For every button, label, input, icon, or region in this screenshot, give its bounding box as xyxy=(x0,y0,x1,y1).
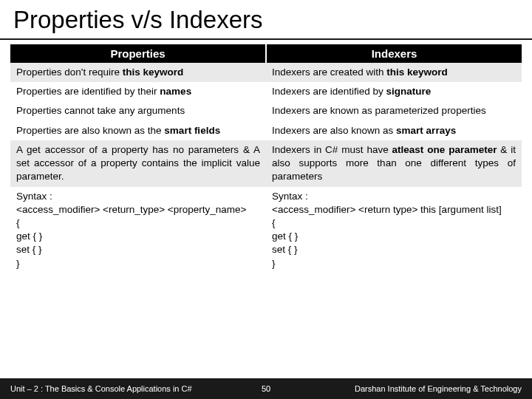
table-header-row: Properties Indexers xyxy=(10,44,522,63)
cell-properties: Properties are also known as the smart f… xyxy=(10,121,266,140)
footer-bar: Unit – 2 : The Basics & Console Applicat… xyxy=(0,378,532,399)
cell-indexers: Indexers are identified by signature xyxy=(266,82,522,101)
cell-properties: A get accessor of a property has no para… xyxy=(10,140,266,187)
table-row: Properties don't require this keyword In… xyxy=(10,63,522,82)
table-row: Properties are also known as the smart f… xyxy=(10,121,522,140)
page-title: Properties v/s Indexers xyxy=(0,0,532,38)
table-row: Properties cannot take any arguments Ind… xyxy=(10,101,522,120)
comparison-table: Properties Indexers Properties don't req… xyxy=(10,44,522,273)
header-properties: Properties xyxy=(10,44,266,63)
table-row: A get accessor of a property has no para… xyxy=(10,140,522,187)
comparison-table-wrap: Properties Indexers Properties don't req… xyxy=(0,44,532,378)
cell-properties: Properties don't require this keyword xyxy=(10,63,266,82)
cell-syntax-indexers: Syntax :<access_modifier> <return type> … xyxy=(266,187,522,273)
cell-syntax-properties: Syntax :<access_modifier> <return_type> … xyxy=(10,187,266,273)
table-row: Properties are identified by their names… xyxy=(10,82,522,101)
footer-page-number: 50 xyxy=(244,384,288,393)
table-row: Syntax :<access_modifier> <return_type> … xyxy=(10,187,522,273)
footer-institute: Darshan Institute of Engineering & Techn… xyxy=(288,384,522,393)
footer-unit: Unit – 2 : The Basics & Console Applicat… xyxy=(10,384,244,393)
title-underline xyxy=(0,38,532,40)
cell-indexers: Indexers are known as parameterized prop… xyxy=(266,101,522,120)
cell-indexers: Indexers are also known as smart arrays xyxy=(266,121,522,140)
header-indexers: Indexers xyxy=(266,44,522,63)
cell-properties: Properties cannot take any arguments xyxy=(10,101,266,120)
slide: Properties v/s Indexers Properties Index… xyxy=(0,0,532,399)
cell-indexers: Indexers are created with this keyword xyxy=(266,63,522,82)
cell-indexers: Indexers in C# must have atleast one par… xyxy=(266,140,522,187)
cell-properties: Properties are identified by their names xyxy=(10,82,266,101)
